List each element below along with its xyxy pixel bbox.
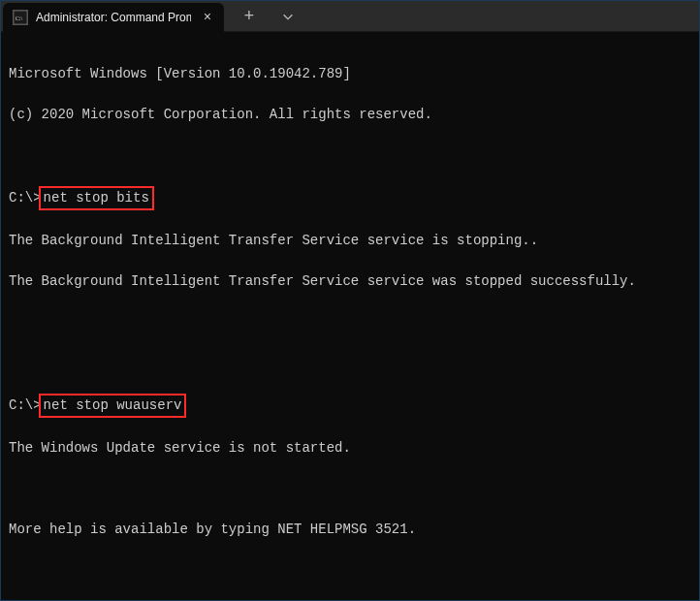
chevron-down-icon [281, 10, 295, 23]
tab-close-button[interactable]: × [199, 9, 216, 26]
titlebar: C:\ Administrator: Command Prom × + [1, 1, 699, 32]
terminal-output[interactable]: Microsoft Windows [Version 10.0.19042.78… [1, 32, 699, 601]
blank-line [9, 353, 691, 373]
prompt: C:\> [9, 190, 42, 206]
output-line: The Background Intelligent Transfer Serv… [9, 271, 691, 292]
blank-line [9, 560, 691, 581]
highlighted-command: net stop wuauserv [39, 394, 187, 418]
new-tab-button[interactable]: + [232, 2, 267, 31]
intro-line: Microsoft Windows [Version 10.0.19042.78… [9, 64, 691, 84]
svg-text:C:\: C:\ [16, 15, 23, 20]
titlebar-controls: + [232, 2, 305, 31]
output-line: The Background Intelligent Transfer Serv… [9, 231, 691, 251]
blank-line [9, 145, 691, 166]
tab-title: Administrator: Command Prom [36, 11, 191, 24]
intro-line: (c) 2020 Microsoft Corporation. All righ… [9, 105, 691, 125]
highlighted-command: net stop bits [39, 186, 154, 210]
command-line: C:\>net stop bits [9, 186, 691, 210]
output-line: More help is available by typing NET HEL… [9, 520, 691, 540]
blank-line [9, 479, 691, 499]
blank-line [9, 312, 691, 332]
tab-active[interactable]: C:\ Administrator: Command Prom × [3, 3, 224, 32]
cmd-icon: C:\ [13, 10, 28, 25]
tab-dropdown-button[interactable] [270, 2, 305, 31]
prompt: C:\> [9, 397, 42, 413]
output-line: The Windows Update service is not starte… [9, 438, 691, 459]
command-line: C:\>net stop wuauserv [9, 394, 691, 418]
